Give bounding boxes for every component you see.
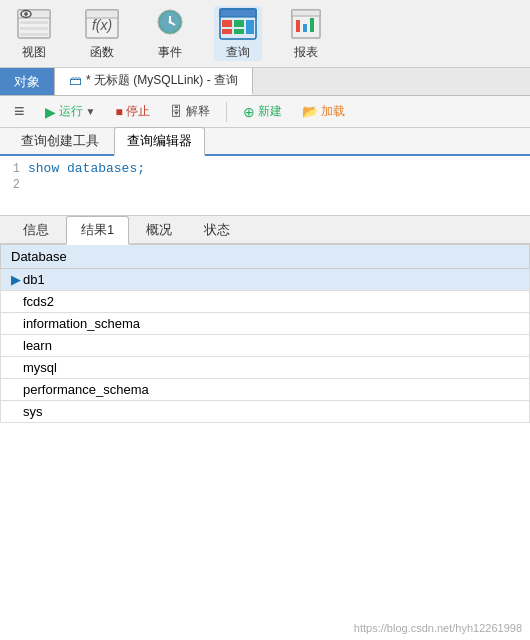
run-icon: ▶ [45,104,56,120]
svg-rect-26 [303,24,307,32]
tabbar: 对象 🗃 * 无标题 (MySQLLink) - 查询 [0,68,530,96]
tab-query-editor[interactable]: 查询编辑器 [114,127,205,156]
toolbar-view[interactable]: 视图 [10,6,58,61]
table-cell: performance_schema [1,379,530,401]
tab-object[interactable]: 对象 [0,68,55,95]
svg-rect-21 [234,29,244,34]
tab-query-builder[interactable]: 查询创建工具 [8,127,112,154]
table-cell: information_schema [1,313,530,335]
explain-button[interactable]: 🗄 解释 [164,101,216,122]
tab-status[interactable]: 状态 [189,216,245,243]
svg-rect-6 [20,27,48,30]
load-button[interactable]: 📂 加载 [296,101,351,122]
results-container[interactable]: Database ▶db1 fcds2 information_schema l… [0,244,530,423]
results-table: Database ▶db1 fcds2 information_schema l… [0,244,530,423]
explain-label: 解释 [186,103,210,120]
editor-line-1: 1 show databases; [0,160,530,177]
toolbar-event-label: 事件 [158,44,182,61]
watermark: https://blog.csdn.net/hyh12261998 [354,622,522,634]
query-tab-text: * 无标题 (MySQLLink) - 查询 [86,72,238,89]
toolbar-func[interactable]: f(x) 函数 [78,6,126,61]
run-dropdown-icon[interactable]: ▼ [86,106,96,117]
table-row[interactable]: ▶db1 [1,269,530,291]
line-number-2: 2 [0,178,28,192]
svg-rect-22 [246,20,254,34]
toolbar-query[interactable]: 查询 [214,6,262,61]
actionbar: ≡ ▶ 运行 ▼ ■ 停止 🗄 解释 ⊕ 新建 📂 加载 [0,96,530,128]
svg-point-15 [169,21,172,24]
load-icon: 📂 [302,104,318,119]
tab-query[interactable]: 🗃 * 无标题 (MySQLLink) - 查询 [55,68,253,95]
menu-icon: ≡ [14,101,25,122]
result-tabs: 信息 结果1 概况 状态 [0,216,530,244]
table-row[interactable]: information_schema [1,313,530,335]
svg-rect-20 [222,29,232,34]
svg-rect-17 [220,9,256,17]
svg-rect-19 [234,20,244,27]
func-icon: f(x) [82,6,122,42]
line-content-1: show databases; [28,161,145,176]
table-cell: mysql [1,357,530,379]
new-button[interactable]: ⊕ 新建 [237,101,288,122]
svg-rect-25 [296,20,300,32]
toolbar-report[interactable]: 报表 [282,6,330,61]
row-arrow-icon: ▶ [11,272,23,287]
tab-result1[interactable]: 结果1 [66,216,129,245]
run-label: 运行 [59,103,83,120]
run-button[interactable]: ▶ 运行 ▼ [39,101,102,122]
svg-rect-18 [222,20,232,27]
load-label: 加载 [321,103,345,120]
editor-line-2: 2 [0,177,530,193]
table-row[interactable]: sys [1,401,530,423]
stop-label: 停止 [126,103,150,120]
query-editor[interactable]: 1 show databases; 2 [0,156,530,216]
table-cell: fcds2 [1,291,530,313]
table-row[interactable]: mysql [1,357,530,379]
new-icon: ⊕ [243,104,255,120]
explain-icon: 🗄 [170,104,183,119]
query-tab-icon: 🗃 [69,73,82,88]
toolbar-report-label: 报表 [294,44,318,61]
svg-rect-5 [20,21,48,24]
main-toolbar: 视图 f(x) 函数 事件 [0,0,530,68]
query-icon [218,6,258,42]
table-cell: sys [1,401,530,423]
table-cell: ▶db1 [1,269,530,291]
svg-rect-24 [292,10,320,16]
line-number-1: 1 [0,162,28,176]
table-row[interactable]: learn [1,335,530,357]
view-icon [14,6,54,42]
toolbar-func-label: 函数 [90,44,114,61]
toolbar-event[interactable]: 事件 [146,6,194,61]
table-row[interactable]: fcds2 [1,291,530,313]
action-divider [226,102,227,122]
svg-text:f(x): f(x) [92,17,112,33]
toolbar-view-label: 视图 [22,44,46,61]
table-cell: learn [1,335,530,357]
svg-rect-7 [20,33,48,36]
stop-icon: ■ [115,105,122,119]
svg-rect-27 [310,18,314,32]
menu-button[interactable]: ≡ [8,99,31,124]
stop-button[interactable]: ■ 停止 [109,101,155,122]
event-icon [150,6,190,42]
subtabs: 查询创建工具 查询编辑器 [0,128,530,156]
report-icon [286,6,326,42]
tab-info[interactable]: 信息 [8,216,64,243]
column-header: Database [1,245,530,269]
table-row[interactable]: performance_schema [1,379,530,401]
toolbar-query-label: 查询 [226,44,250,61]
new-label: 新建 [258,103,282,120]
tab-overview[interactable]: 概况 [131,216,187,243]
